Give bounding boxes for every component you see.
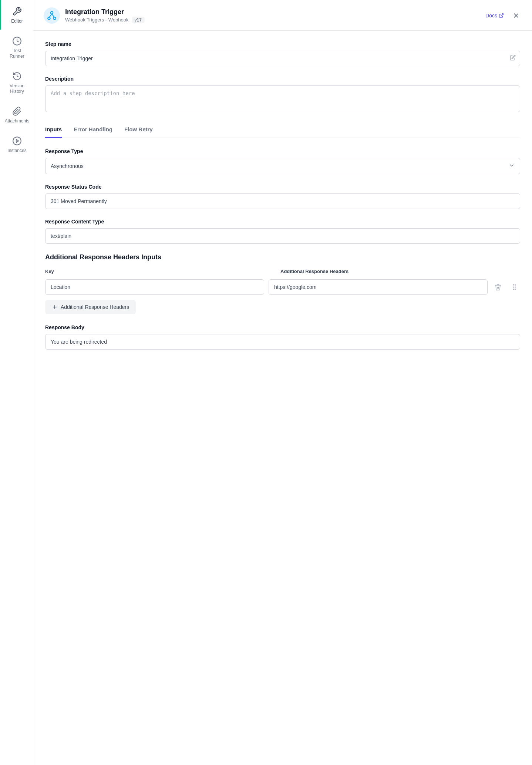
docs-label: Docs (485, 13, 497, 18)
panel-title: Integration Trigger (65, 8, 145, 16)
description-input[interactable] (45, 85, 520, 112)
header-subtitle: Webhook Triggers - Webhook v17 (65, 17, 145, 23)
sidebar-item-instances[interactable]: Instances (0, 129, 33, 159)
headers-column-labels: Key Additional Response Headers (45, 269, 520, 274)
main-panel: Integration Trigger Webhook Triggers - W… (33, 0, 532, 765)
response-body-input[interactable] (45, 334, 520, 350)
drag-header-btn-0[interactable] (508, 281, 520, 293)
drag-icon (511, 283, 518, 291)
additional-headers-section: Additional Response Headers Inputs Key A… (45, 253, 520, 314)
svg-line-8 (501, 14, 503, 16)
headers-key-col-label: Key (45, 269, 276, 274)
tabs: Inputs Error Handling Flow Retry (45, 123, 520, 138)
instances-icon (12, 136, 22, 146)
trash-icon (494, 283, 502, 291)
sidebar-item-editor[interactable]: Editor (0, 0, 33, 30)
sidebar-item-test-runner-label: TestRunner (10, 48, 24, 60)
description-label: Description (45, 76, 520, 82)
step-name-input[interactable] (45, 51, 520, 66)
version-badge: v17 (132, 17, 145, 23)
close-button[interactable] (511, 10, 522, 21)
headers-value-col-label: Additional Response Headers (280, 269, 511, 274)
external-link-icon (499, 13, 504, 18)
svg-point-5 (53, 17, 56, 20)
response-type-select[interactable]: Asynchronous Synchronous (45, 158, 520, 174)
step-name-group: Step name (45, 41, 520, 66)
additional-headers-section-label: Additional Response Headers Inputs (45, 253, 520, 261)
response-type-label: Response Type (45, 148, 520, 154)
tab-error-handling[interactable]: Error Handling (74, 123, 112, 138)
response-type-group: Response Type Asynchronous Synchronous (45, 148, 520, 174)
header-right: Docs (485, 10, 522, 21)
sidebar-item-test-runner[interactable]: TestRunner (0, 30, 33, 65)
attachments-icon (12, 107, 22, 116)
svg-point-15 (515, 287, 516, 287)
close-icon (512, 11, 520, 20)
response-content-type-input[interactable] (45, 228, 520, 244)
sidebar-item-attachments-label: Attachments (5, 118, 30, 124)
edit-icon (510, 55, 516, 62)
integration-trigger-icon (47, 11, 57, 20)
header-title-group: Integration Trigger Webhook Triggers - W… (65, 8, 145, 23)
header-key-input-0[interactable] (45, 279, 264, 295)
response-content-type-group: Response Content Type (45, 219, 520, 244)
step-name-input-row (45, 51, 520, 66)
plus-icon (52, 304, 58, 310)
sidebar-item-editor-label: Editor (11, 18, 23, 24)
sidebar-item-version-history[interactable]: VersionHistory (0, 65, 33, 100)
svg-point-16 (515, 289, 516, 290)
response-status-code-input[interactable] (45, 193, 520, 209)
svg-point-3 (51, 11, 53, 14)
svg-line-6 (49, 14, 52, 17)
add-header-button[interactable]: Additional Response Headers (45, 300, 136, 314)
response-body-group: Response Body (45, 324, 520, 350)
test-runner-icon (12, 36, 22, 46)
trigger-icon-wrapper (44, 7, 60, 24)
delete-header-btn-0[interactable] (492, 281, 504, 293)
step-name-label: Step name (45, 41, 520, 47)
add-header-label: Additional Response Headers (61, 304, 129, 310)
response-body-label: Response Body (45, 324, 520, 330)
description-group: Description (45, 76, 520, 114)
panel-content: Step name Description Inputs Error Handl… (33, 31, 532, 370)
tab-flow-retry[interactable]: Flow Retry (124, 123, 153, 138)
sidebar-item-instances-label: Instances (7, 148, 26, 154)
header-row-0 (45, 279, 520, 295)
header-left: Integration Trigger Webhook Triggers - W… (44, 7, 145, 24)
panel-header: Integration Trigger Webhook Triggers - W… (33, 0, 532, 31)
svg-point-13 (513, 289, 514, 290)
svg-point-12 (513, 287, 514, 287)
sidebar-item-attachments[interactable]: Attachments (0, 100, 33, 129)
header-value-input-0[interactable] (269, 279, 488, 295)
sidebar: Editor TestRunner VersionHistory Attachm… (0, 0, 33, 765)
header-subtitle-text: Webhook Triggers - Webhook (65, 17, 129, 23)
response-status-code-label: Response Status Code (45, 184, 520, 190)
svg-point-11 (513, 284, 514, 285)
version-history-icon (12, 71, 22, 81)
editor-icon (12, 7, 22, 16)
svg-point-1 (13, 137, 21, 145)
svg-line-7 (52, 14, 54, 17)
response-status-code-group: Response Status Code (45, 184, 520, 209)
svg-point-14 (515, 284, 516, 285)
docs-link[interactable]: Docs (485, 13, 504, 18)
response-content-type-label: Response Content Type (45, 219, 520, 225)
sidebar-item-version-history-label: VersionHistory (10, 83, 24, 95)
svg-marker-2 (16, 139, 19, 142)
svg-point-4 (48, 17, 50, 20)
tab-inputs[interactable]: Inputs (45, 123, 62, 138)
response-type-select-wrapper: Asynchronous Synchronous (45, 158, 520, 174)
